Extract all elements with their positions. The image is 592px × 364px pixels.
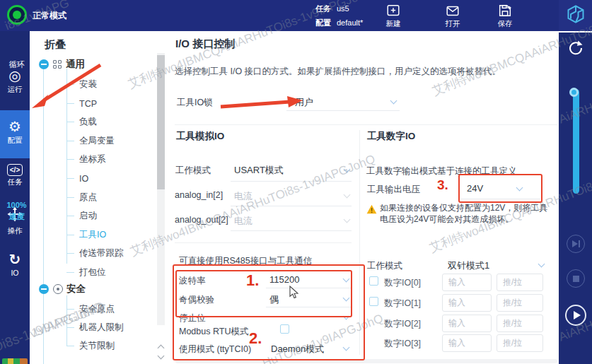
collapse-minus-icon[interactable] [39,284,49,294]
tree-item-install[interactable]: 安装 [66,75,97,94]
annotation-box-1 [175,270,352,317]
digital-io-3-input-select[interactable]: 输入 [442,334,492,352]
digital-io-1-drive-select[interactable]: 推/拉 [497,294,543,312]
code-icon: </> [7,164,23,176]
chevron-down-icon[interactable] [538,261,545,268]
digital-io-0-label: 数字IO[0] [384,277,421,289]
tree-item-coordinate[interactable]: 坐标系 [66,150,106,169]
nav-config[interactable]: ⚙ 配置 [0,110,30,158]
voltage-label: 工具输出电压 [367,184,420,196]
tree-item-packing[interactable]: 打包位 [66,263,106,282]
open-button-label: 打开 [436,19,470,29]
stop-button[interactable] [567,269,585,288]
tree-collapse-header[interactable]: 折叠 [45,38,66,52]
new-file-icon [376,3,410,18]
digital-io-0-drive-select[interactable]: 推/拉 [497,274,543,291]
collapse-minus-icon[interactable] [39,59,49,69]
analog-out-label: analog_out[2] [175,215,228,225]
nav-task[interactable]: </> 任务 [0,163,30,187]
tree-item-startup[interactable]: 启动 [66,206,97,225]
new-button[interactable]: 新建 [376,3,410,30]
page-description: 选择控制工具 I/O 接口的方式。如果扩展插件控制接口，用户定义的选项将被替代。 [175,66,501,78]
speed-slider-track[interactable] [573,89,579,194]
nav-run-label: 运行 [0,85,30,95]
nav-io[interactable]: ↻ IO [0,252,30,277]
tree-item-conveyor[interactable]: 传送带跟踪 [66,244,124,263]
annotation-number-2: 2. [249,329,262,348]
digital-work-mode-select[interactable]: 双针模式1 [448,259,489,272]
robot-mode-icon[interactable] [7,5,27,25]
play-button[interactable] [565,305,586,326]
speed-slider-knob[interactable] [569,88,579,97]
mouse-cursor [287,286,301,303]
annotation-arrow-to-config [32,95,48,108]
tree-item-global-vars[interactable]: 全局变量 [66,131,115,151]
speed-value: 100% [0,201,33,209]
section-divider [175,124,557,125]
tree-item-io[interactable]: IO [66,169,88,188]
tree-group-general-label: 通用 [66,58,85,71]
rail-separator [559,31,592,33]
top-bar: 正常模式 任务us5 配置default* 新建 打开 [0,0,592,31]
tree-guide-line [43,69,44,364]
digital-io-1-label: 数字IO[1] [384,298,421,310]
config-value: default* [337,18,363,27]
select-underline [286,110,400,111]
tree-item-tcp[interactable]: TCP [66,94,97,113]
loop-icon[interactable] [567,40,584,59]
subsection-divider [175,242,352,243]
annotation-number-1: 1. [246,271,259,290]
task-info: 任务us5 [315,4,349,14]
tree-item-tool-io[interactable]: 工具IO [66,225,106,245]
gear-icon: ⚙ [0,119,30,134]
chevron-down-icon [344,216,351,223]
run-icon: ◎ [0,68,30,83]
left-nav-rail: ◎ 运行 ⚙ 配置 </> 任务 操作 ↻ IO [0,31,30,364]
tool-io-lock-label: 工具IO锁 [177,97,213,109]
save-button[interactable]: 保存 [488,3,522,30]
digital-work-mode-label: 工作模式 [367,260,402,272]
nav-task-label: 任务 [0,177,30,187]
tree-scrollbar-thumb[interactable] [157,55,165,189]
digital-io-0-input-select[interactable]: 输入 [442,274,492,291]
tree-item-safety-home[interactable]: 安全原点 [66,300,115,318]
tree-item-joint-limits[interactable]: 关节限制 [66,336,115,355]
step-button[interactable] [567,235,585,253]
digital-io-2-label: 数字IO[2] [384,318,421,330]
config-info: 配置default* [315,18,363,28]
save-button-label: 保存 [488,19,522,29]
tree-item-home[interactable]: 原点 [66,188,97,207]
analog-section-title: 工具模拟IO [176,130,224,143]
cube-logo-icon [566,4,586,27]
tool-io-lock-select[interactable]: 用户 [295,96,313,109]
digital-io-2-drive-select[interactable]: 推/拉 [497,315,543,332]
analog-in-label: analog_in[2] [175,190,223,200]
task-value: us5 [337,4,349,13]
chevron-down-icon[interactable] [344,166,351,173]
work-mode-select[interactable]: USART模式 [234,164,284,177]
scroll-up-icon[interactable] [158,345,165,352]
digital-io-1-checkbox[interactable] [369,297,378,306]
analog-out-select[interactable]: 电流 [234,215,253,228]
tree-group-general[interactable]: 通用 [39,58,85,71]
task-label: 任务 [315,4,331,13]
annotation-number-3: 3. [437,177,448,193]
robot-mode-label: 正常模式 [33,10,66,22]
tree-item-payload[interactable]: 负载 [66,112,97,131]
digital-io-2-input-select[interactable]: 输入 [442,315,492,332]
analog-in-select[interactable]: 电流 [234,190,253,203]
tree-group-safety[interactable]: 安全 [39,283,86,295]
digital-io-3-drive-select[interactable]: 推/拉 [497,334,543,352]
scroll-down-icon[interactable] [158,353,165,360]
nav-run[interactable]: ◎ 运行 [0,68,30,95]
select-underline [231,181,352,182]
tree-item-robot-limits[interactable]: 机器人限制 [66,318,124,336]
save-icon [488,3,522,18]
digital-io-1-input-select[interactable]: 输入 [442,294,492,312]
chevron-down-icon[interactable] [390,98,397,105]
digital-io-0-checkbox[interactable] [369,276,378,286]
chevron-down-icon [344,192,351,199]
step-icon [572,240,578,247]
open-button[interactable]: 打开 [436,3,470,30]
config-label: 配置 [315,18,331,27]
